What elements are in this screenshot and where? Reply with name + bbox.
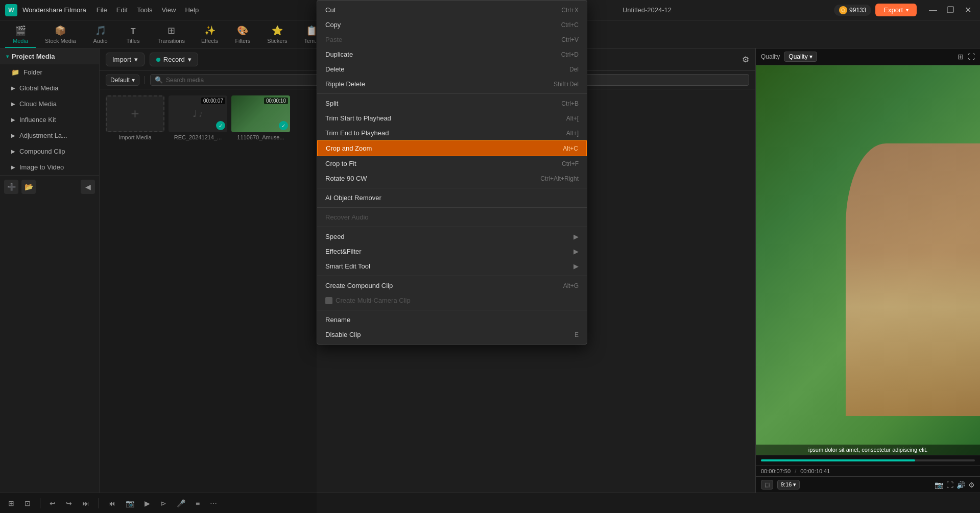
preview-controls	[756, 455, 980, 466]
ctx-paste: Paste Ctrl+V	[317, 32, 587, 47]
ctx-paste-shortcut: Ctrl+V	[561, 36, 579, 43]
ctx-copy-label: Copy	[325, 21, 341, 29]
maximize-button[interactable]: ❐	[943, 3, 958, 17]
ctx-smart-submenu-icon: ▶	[573, 262, 579, 270]
ctx-cut-shortcut: Ctrl+X	[561, 7, 579, 14]
screenshot-button[interactable]: 📷	[935, 481, 943, 489]
ctx-compound-shortcut: Alt+G	[563, 282, 579, 289]
ctx-multicam-label: Create Multi-Camera Clip	[336, 297, 411, 304]
quality-select[interactable]: Quality ▾	[784, 52, 817, 62]
ctx-trim-end-label: Trim End to Playhead	[325, 129, 389, 137]
ctx-trim-end-shortcut: Alt+]	[566, 130, 579, 137]
export-label: Export	[883, 6, 903, 14]
ctx-smart-edit-tool[interactable]: Smart Edit Tool ▶	[317, 259, 587, 274]
preview-image: ipsum dolor sit amet, consectetur adipis…	[756, 65, 980, 455]
ctx-sep3	[317, 207, 587, 208]
ctx-rotate-90[interactable]: Rotate 90 CW Ctrl+Alt+Right	[317, 171, 587, 186]
ctx-rotate-shortcut: Ctrl+Alt+Right	[540, 175, 579, 182]
ctx-ai-label: AI Object Remover	[325, 194, 381, 202]
aspect-chevron-icon: ▾	[793, 481, 796, 487]
ctx-duplicate-shortcut: Ctrl+D	[561, 51, 579, 58]
ctx-delete[interactable]: Delete Del	[317, 62, 587, 77]
context-menu: Cut Ctrl+X Copy Ctrl+C Paste Ctrl+V Dupl…	[317, 0, 587, 345]
ctx-crop-zoom-label: Crop and Zoom	[326, 144, 372, 152]
ctx-crop-to-fit[interactable]: Crop to Fit Ctrl+F	[317, 156, 587, 171]
filter-button[interactable]: ⚙	[742, 55, 749, 64]
audio-preview-button[interactable]: 🔊	[957, 481, 965, 489]
window-controls: — ❐ ✕	[926, 3, 975, 17]
ctx-split[interactable]: Split Ctrl+B	[317, 96, 587, 111]
ctx-sep6	[317, 310, 587, 310]
frame-back-button[interactable]: ⬚	[761, 480, 773, 490]
preview-video: ipsum dolor sit amet, consectetur adipis…	[756, 65, 980, 455]
ctx-duplicate-label: Duplicate	[325, 51, 353, 58]
ctx-trim-start-label: Trim Start to Playhead	[325, 114, 391, 122]
ctx-delete-label: Delete	[325, 65, 345, 73]
ctx-sep5	[317, 276, 587, 276]
ctx-disable-shortcut: E	[575, 331, 579, 338]
ctx-ai-object-remover[interactable]: AI Object Remover	[317, 190, 587, 205]
preview-time-total: 00:00:10:41	[800, 468, 830, 474]
ctx-trim-end[interactable]: Trim End to Playhead Alt+]	[317, 126, 587, 140]
ctx-copy-shortcut: Ctrl+C	[561, 21, 579, 29]
ctx-cut-label: Cut	[325, 6, 336, 14]
ctx-effect-label: Effect&Filter	[325, 248, 362, 255]
ctx-recover-audio: Recover Audio	[317, 210, 587, 225]
ctx-split-label: Split	[325, 100, 338, 107]
ctx-sep1	[317, 93, 587, 94]
preview-panel: Quality Quality ▾ ⊞ ⛶ ipsum dolor sit am…	[755, 48, 980, 493]
ctx-create-compound-clip[interactable]: Create Compound Clip Alt+G	[317, 278, 587, 293]
ctx-paste-label: Paste	[325, 36, 342, 43]
preview-bottom: ⬚ 9:16 ▾ 📷 ⛶ 🔊 ⚙	[756, 476, 980, 493]
preview-progress-bar[interactable]	[761, 459, 975, 461]
aspect-select[interactable]: 9:16 ▾	[777, 480, 800, 490]
ctx-trim-start[interactable]: Trim Start to Playhead Alt+[	[317, 111, 587, 126]
ctx-rename-label: Rename	[325, 316, 350, 324]
ctx-disable-clip[interactable]: Disable Clip E	[317, 327, 587, 342]
coin-icon: ⬡	[839, 6, 847, 14]
ctx-smart-label: Smart Edit Tool	[325, 262, 370, 270]
export-button[interactable]: Export ▾	[875, 4, 917, 16]
ctx-recover-label: Recover Audio	[325, 213, 369, 221]
ctx-rename[interactable]: Rename	[317, 312, 587, 327]
ctx-delete-shortcut: Del	[569, 66, 579, 73]
ctx-ripple-delete[interactable]: Ripple Delete Shift+Del	[317, 77, 587, 91]
time-separator: /	[795, 468, 796, 474]
preview-header: Quality Quality ▾ ⊞ ⛶	[756, 48, 980, 65]
preview-icons: ⊞ ⛶	[958, 53, 975, 61]
ctx-sep4	[317, 227, 587, 227]
ctx-speed[interactable]: Speed ▶	[317, 229, 587, 244]
ctx-ripple-delete-shortcut: Shift+Del	[554, 81, 579, 88]
ctx-create-multicam: Create Multi-Camera Clip	[317, 293, 587, 308]
titlebar-right: ⬡ 99133 Export ▾ — ❐ ✕	[834, 3, 975, 17]
person-silhouette	[846, 143, 980, 416]
coin-badge: ⬡ 99133	[834, 5, 871, 16]
ctx-split-shortcut: Ctrl+B	[561, 100, 579, 107]
preview-time-row: 00:00:07:50 / 00:00:10:41	[756, 466, 980, 476]
ctx-duplicate[interactable]: Duplicate Ctrl+D	[317, 47, 587, 62]
ctx-rotate-label: Rotate 90 CW	[325, 175, 367, 182]
preview-bottom-icons: 📷 ⛶ 🔊 ⚙	[935, 481, 975, 489]
context-menu-backdrop[interactable]	[0, 0, 317, 513]
fullscreen-button[interactable]: ⛶	[946, 481, 953, 489]
quality-label: Quality	[761, 53, 780, 60]
ctx-crop-and-zoom[interactable]: Crop and Zoom Alt+C	[317, 140, 587, 156]
ctx-crop-fit-label: Crop to Fit	[325, 160, 356, 167]
ctx-effect-filter[interactable]: Effect&Filter ▶	[317, 244, 587, 259]
ctx-multicam-icon	[325, 297, 332, 304]
ctx-speed-label: Speed	[325, 233, 345, 240]
aspect-value: 9:16	[781, 481, 792, 487]
ctx-cut[interactable]: Cut Ctrl+X	[317, 3, 587, 17]
ctx-crop-zoom-shortcut: Alt+C	[563, 145, 578, 152]
ctx-ripple-delete-label: Ripple Delete	[325, 80, 365, 88]
close-button[interactable]: ✕	[961, 3, 975, 17]
ctx-trim-start-shortcut: Alt+[	[566, 115, 579, 122]
preview-progress-fill	[761, 459, 915, 461]
minimize-button[interactable]: —	[926, 3, 940, 17]
settings-preview-button[interactable]: ⚙	[968, 481, 975, 489]
ctx-copy[interactable]: Copy Ctrl+C	[317, 17, 587, 32]
grid-view-button[interactable]: ⊞	[958, 53, 964, 61]
expand-view-button[interactable]: ⛶	[968, 53, 975, 61]
ctx-disable-label: Disable Clip	[325, 331, 361, 338]
preview-time-current: 00:00:07:50	[761, 468, 791, 474]
